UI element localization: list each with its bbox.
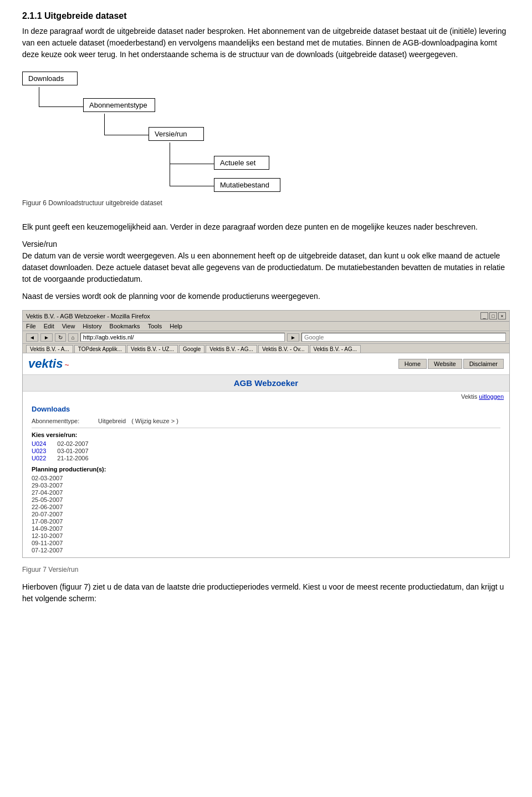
section-heading: 2.1.1 Uitgebreide dataset xyxy=(22,11,510,21)
home-button[interactable]: ⌂ xyxy=(68,333,78,342)
refresh-button[interactable]: ↻ xyxy=(55,333,66,342)
browser-titlebar: Vektis B.V. - AGB Webzoeker - Mozilla Fi… xyxy=(23,311,509,322)
planning-date-0: 02-03-2007 xyxy=(32,475,500,481)
wijzig-link[interactable]: ( Wijzig keuze > ) xyxy=(131,418,178,424)
logout-text-static: Vektis xyxy=(461,393,477,400)
content-area: Downloads Abonnementtype: Uitgebreid ( W… xyxy=(23,402,509,557)
planning-date-7: 14-09-2007 xyxy=(32,525,500,532)
planning-date-2: 27-04-2007 xyxy=(32,489,500,496)
abonnement-label: Abonnementtype: xyxy=(32,418,98,424)
final-text: Hierboven (figuur 7) ziet u de data van … xyxy=(22,581,510,605)
versie-box: Versie/run xyxy=(149,127,204,141)
home-nav-btn[interactable]: Home xyxy=(398,359,427,369)
vektis-logo: vektis xyxy=(28,357,63,370)
version-row-1: U023 03-01-2007 xyxy=(32,448,500,454)
vektis-logo-symbol: ~ xyxy=(64,361,69,369)
browser-menubar: File Edit View History Bookmarks Tools H… xyxy=(23,322,509,331)
browser-content: vektis ~ Home Website Disclaimer AGB Web… xyxy=(23,353,509,557)
tab-2[interactable]: Vektis B.V. - UZ... xyxy=(127,345,178,353)
tab-5[interactable]: Vektis B.V. - Ov... xyxy=(258,345,309,353)
abonnement-value: Uitgebreid xyxy=(98,418,126,424)
abonnement-row: Abonnementtype: Uitgebreid ( Wijzig keuz… xyxy=(32,418,500,424)
diagram-area: Downloads Abonnementstype Versie/run Act… xyxy=(22,72,510,216)
logout-link[interactable]: uitloggen xyxy=(479,393,504,400)
menu-file[interactable]: File xyxy=(26,323,36,329)
planning-date-10: 07-12-2007 xyxy=(32,547,500,554)
page-title-bar: AGB Webzoeker xyxy=(23,375,509,392)
version-row-2: U022 21-12-2006 xyxy=(32,455,500,461)
version-code-2[interactable]: U022 xyxy=(32,455,46,461)
browser-tabs: Vektis B.V. - A... TOPdesk Applik... Vek… xyxy=(23,344,509,353)
text-after-1: Elk punt geeft een keuzemogelijkheid aan… xyxy=(22,221,510,233)
fig7-caption: Figuur 7 Versie/run xyxy=(22,566,510,573)
tab-1[interactable]: TOPdesk Applik... xyxy=(74,345,126,353)
maximize-btn[interactable]: □ xyxy=(489,312,497,319)
browser-title: Vektis B.V. - AGB Webzoeker - Mozilla Fi… xyxy=(26,313,150,319)
address-bar[interactable] xyxy=(80,333,285,342)
menu-view[interactable]: View xyxy=(62,323,75,329)
vektis-logo-area: vektis ~ xyxy=(28,357,69,371)
go-button[interactable]: ► xyxy=(287,333,299,342)
downloads-box: Downloads xyxy=(22,72,78,85)
tab-6[interactable]: Vektis B.V. - AG... xyxy=(310,345,361,353)
site-header: vektis ~ Home Website Disclaimer xyxy=(23,353,509,375)
planning-list: 02-03-2007 29-03-2007 27-04-2007 25-05-2… xyxy=(32,475,500,554)
logout-bar: Vektis uitloggen xyxy=(23,392,509,402)
planning-date-3: 25-05-2007 xyxy=(32,496,500,503)
tab-0[interactable]: Vektis B.V. - A... xyxy=(26,345,73,353)
version-date-1: 03-01-2007 xyxy=(57,448,88,454)
close-btn[interactable]: × xyxy=(498,312,506,319)
version-code-1[interactable]: U023 xyxy=(32,448,46,454)
tab-4[interactable]: Vektis B.V. - AG... xyxy=(206,345,257,353)
version-code-0[interactable]: U024 xyxy=(32,440,46,447)
text-after-2: Versie/run De datum van de versie wordt … xyxy=(22,238,510,285)
divider-1 xyxy=(32,428,500,428)
site-nav: Home Website Disclaimer xyxy=(398,359,504,369)
planning-label: Planning productierun(s): xyxy=(32,466,500,473)
menu-history[interactable]: History xyxy=(83,323,101,329)
version-row-0: U024 02-02-2007 xyxy=(32,440,500,447)
menu-bookmarks[interactable]: Bookmarks xyxy=(110,323,140,329)
planning-date-4: 22-06-2007 xyxy=(32,504,500,510)
planning-date-9: 09-11-2007 xyxy=(32,540,500,546)
back-button[interactable]: ◄ xyxy=(26,333,38,342)
version-date-2: 21-12-2006 xyxy=(57,455,88,461)
titlebar-controls: _ □ × xyxy=(480,312,506,319)
browser-toolbar: ◄ ► ↻ ⌂ ► xyxy=(23,331,509,344)
versie-label: Kies versie/run: xyxy=(32,432,500,438)
intro-paragraph: In deze paragraaf wordt de uitgebreide d… xyxy=(22,26,510,60)
planning-date-6: 17-08-2007 xyxy=(32,518,500,525)
planning-date-8: 12-10-2007 xyxy=(32,532,500,539)
tab-3[interactable]: Google xyxy=(179,345,204,353)
abonnements-box: Abonnementstype xyxy=(83,98,155,112)
disclaimer-nav-btn[interactable]: Disclaimer xyxy=(463,359,504,369)
text-after-3: Naast de versies wordt ook de planning v… xyxy=(22,291,510,302)
downloads-heading: Downloads xyxy=(32,405,500,413)
google-search[interactable] xyxy=(301,333,506,342)
planning-date-1: 29-03-2007 xyxy=(32,482,500,489)
menu-help[interactable]: Help xyxy=(170,323,182,329)
website-nav-btn[interactable]: Website xyxy=(428,359,462,369)
version-date-0: 02-02-2007 xyxy=(57,440,88,447)
page-title: AGB Webzoeker xyxy=(234,378,298,388)
version-list: U024 02-02-2007 U023 03-01-2007 U022 21-… xyxy=(32,440,500,461)
fig6-caption: Figuur 6 Downloadstructuur uitgebreide d… xyxy=(22,199,162,207)
browser-window: Vektis B.V. - AGB Webzoeker - Mozilla Fi… xyxy=(22,310,510,558)
mutatie-box: Mutatiebestand xyxy=(214,178,280,192)
forward-button[interactable]: ► xyxy=(40,333,53,342)
minimize-btn[interactable]: _ xyxy=(480,312,488,319)
actuele-box: Actuele set xyxy=(214,156,269,170)
menu-tools[interactable]: Tools xyxy=(148,323,162,329)
planning-date-5: 20-07-2007 xyxy=(32,511,500,517)
menu-edit[interactable]: Edit xyxy=(44,323,54,329)
